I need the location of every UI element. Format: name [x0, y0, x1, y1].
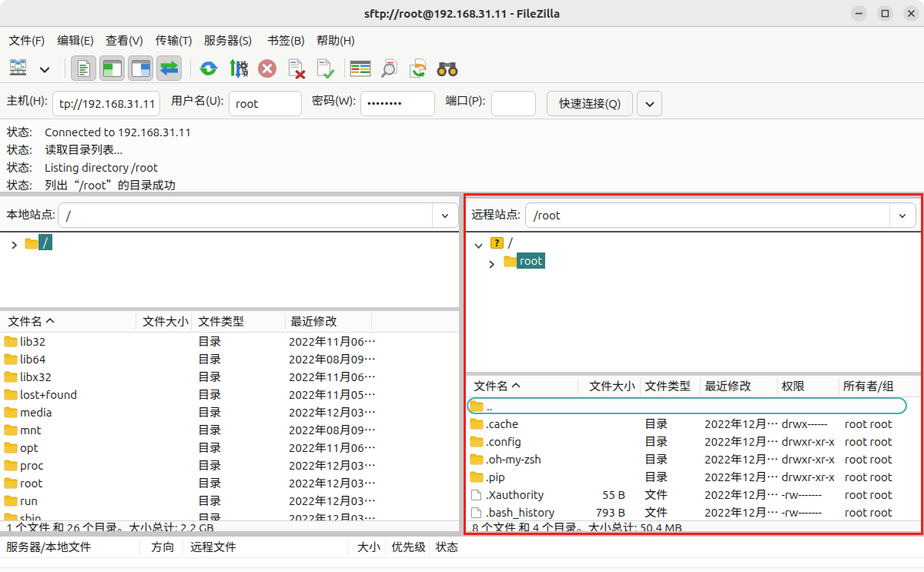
svg-text:?: ?: [495, 238, 499, 248]
